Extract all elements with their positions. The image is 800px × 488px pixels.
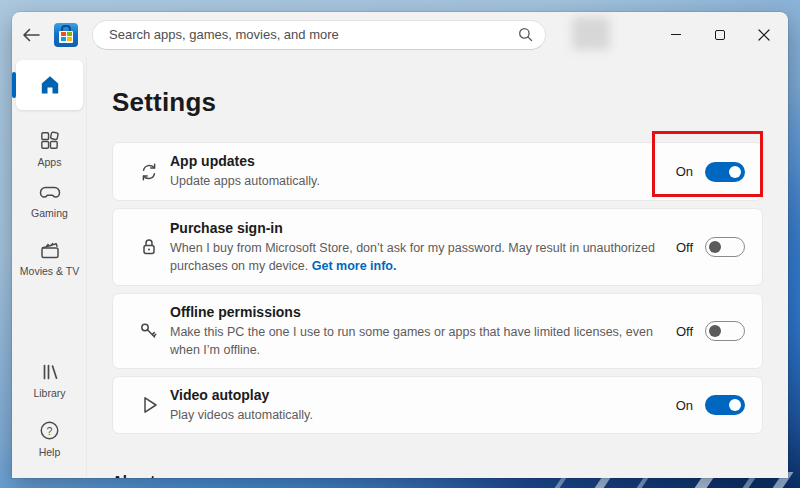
settings-page: Settings App updates Update apps automat…: [87, 57, 788, 478]
setting-row-offline-permissions: Offline permissions Make this PC the one…: [112, 293, 763, 369]
microsoft-store-window: Apps Gaming Movies & TV: [12, 12, 788, 478]
toggle-state-label: Off: [676, 324, 693, 339]
maximize-button[interactable]: [698, 12, 742, 57]
library-books-icon: [38, 361, 62, 383]
toggle-state-label: On: [676, 398, 693, 413]
lock-icon: [136, 235, 162, 259]
setting-description: Play videos automatically.: [170, 406, 666, 424]
active-item-accent-pill: [12, 72, 16, 98]
help-question-icon: ?: [38, 419, 61, 442]
sidebar-item-apps[interactable]: Apps: [12, 129, 87, 168]
toggle-knob: [709, 241, 721, 253]
titlebar: [12, 12, 788, 57]
home-icon: [38, 73, 62, 97]
setting-title: Purchase sign-in: [170, 219, 666, 238]
back-arrow-icon: [22, 28, 40, 42]
setting-description: Update apps automatically.: [170, 172, 666, 190]
close-button[interactable]: [742, 12, 786, 57]
maximize-icon: [715, 30, 725, 40]
about-section-heading: About: [112, 472, 763, 478]
setting-row-purchase-sign-in: Purchase sign-in When I buy from Microso…: [112, 208, 763, 286]
setting-title: Offline permissions: [170, 303, 666, 322]
desktop: { "titlebar": { "search_placeholder": "S…: [0, 0, 800, 488]
sidebar-item-movies-tv[interactable]: Movies & TV: [12, 239, 87, 277]
sidebar-item-gaming[interactable]: Gaming: [12, 183, 87, 219]
setting-description: Make this PC the one I use to run some g…: [170, 323, 666, 359]
svg-text:?: ?: [47, 425, 53, 437]
game-controller-icon: [38, 183, 62, 203]
sidebar-item-label: Movies & TV: [20, 265, 79, 277]
close-icon: [758, 29, 770, 41]
play-icon: [136, 393, 162, 417]
minimize-icon: [671, 34, 681, 35]
search-box[interactable]: [92, 20, 546, 50]
clapperboard-icon: [38, 239, 62, 261]
sidebar-item-label: Help: [39, 446, 61, 458]
setting-row-video-autoplay: Video autoplay Play videos automatically…: [112, 376, 763, 434]
window-controls: [654, 12, 786, 57]
minimize-button[interactable]: [654, 12, 698, 57]
offline-permissions-toggle[interactable]: [705, 321, 745, 341]
search-icon[interactable]: [518, 27, 533, 42]
back-button[interactable]: [20, 20, 42, 50]
toggle-state-label: Off: [676, 240, 693, 255]
apps-icon: [38, 129, 61, 152]
toggle-state-label: On: [676, 164, 693, 179]
setting-description: When I buy from Microsoft Store, don’t a…: [170, 239, 666, 275]
purchase-sign-in-toggle[interactable]: [705, 237, 745, 257]
sidebar-item-label: Gaming: [31, 207, 68, 219]
app-updates-toggle[interactable]: [705, 162, 745, 182]
microsoft-store-logo-icon: [54, 23, 78, 47]
setting-title: Video autoplay: [170, 386, 666, 405]
page-title: Settings: [112, 87, 763, 118]
setting-title: App updates: [170, 152, 666, 171]
setting-row-app-updates: App updates Update apps automatically. O…: [112, 142, 763, 201]
toggle-knob: [729, 166, 741, 178]
toggle-knob: [729, 399, 741, 411]
sidebar-item-library[interactable]: Library: [12, 361, 87, 399]
sidebar-item-help[interactable]: ? Help: [12, 419, 87, 458]
search-input[interactable]: [109, 27, 518, 42]
video-autoplay-toggle[interactable]: [705, 395, 745, 415]
window-body: Apps Gaming Movies & TV: [12, 57, 788, 478]
sidebar: Apps Gaming Movies & TV: [12, 57, 87, 478]
account-name-redacted: [572, 17, 610, 50]
sync-arrows-icon: [136, 160, 162, 184]
get-more-info-link[interactable]: Get more info.: [312, 259, 397, 273]
sidebar-item-home[interactable]: [16, 60, 83, 110]
key-icon: [136, 319, 162, 343]
sidebar-item-label: Library: [33, 387, 65, 399]
toggle-knob: [709, 325, 721, 337]
sidebar-item-label: Apps: [38, 156, 62, 168]
